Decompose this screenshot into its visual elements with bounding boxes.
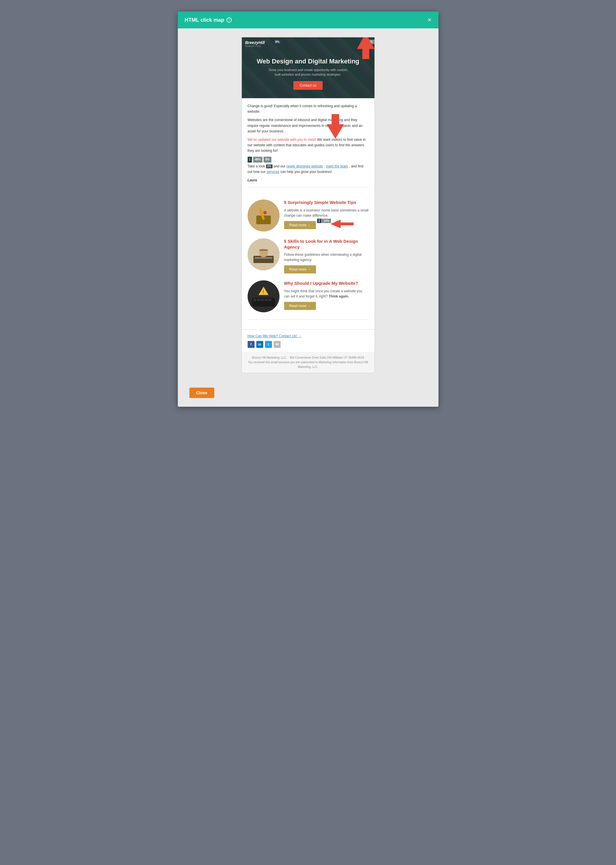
article-desc-3-text: You might think that once you create a w… [284,289,362,298]
read-more-btn-2[interactable]: Read more → [284,265,316,274]
article-desc-3: You might think that once you create a w… [284,289,369,299]
twitter-icon[interactable]: t [265,341,272,348]
read-more-btn-3[interactable]: Read more → [284,302,316,310]
arrow-top-right [354,37,374,61]
email-icon[interactable]: ✉ [274,341,281,348]
body-p1: Change is good! Especially when it comes… [248,104,369,115]
arrow-left-1 [330,218,354,230]
close-action-button[interactable]: Close [189,388,214,398]
hero-bg: BreezyHill MARKETING 8% 2 16% Web Desig [242,37,374,98]
svg-point-12 [248,280,280,312]
modal-title: HTML click map [185,17,225,23]
inline-badge-num: 1 [248,157,252,162]
article-image-1 [248,200,280,231]
svg-rect-14 [253,299,256,301]
footer-cta-link[interactable]: How Can We Help? Contact Us! → [248,334,302,338]
p3-red: We've updated our website with you in mi… [248,138,316,142]
article1-badge: 2 16% [317,219,331,223]
svg-text:!: ! [263,290,264,295]
p4-end: can help you grow your business! [280,170,332,174]
email-legal: Breezy Hill Marketing, LLC 400 Cornersto… [242,352,374,373]
article-title-3: Why Should I Upgrade My Website? [284,280,369,286]
hero-title: Web Design and Digital Marketing [256,58,359,65]
svg-marker-6 [330,220,354,228]
article-desc-3-bold: Think again. [329,294,349,298]
modal-footer: Close [178,382,438,407]
body-p3: We've updated our website with you in mi… [248,137,369,154]
logo-click-badge: 8% [274,40,281,44]
svg-rect-11 [259,249,268,251]
article-row-2: 5 Skills to Look for in A Web Design Age… [248,238,369,274]
articles-section: 5 Surprisingly Simple Website Tips A web… [242,197,374,329]
email-logo: BreezyHill MARKETING [245,40,265,47]
inline-badges: 1 48% 8% [248,157,271,162]
logo-text: BreezyHill [245,40,265,45]
article-content-1: 5 Surprisingly Simple Website Tips A web… [284,200,369,229]
legal-text: You received this email because you are … [248,360,369,370]
article1-badge-num: 2 [317,219,322,223]
contact-us-button[interactable]: Contact us [293,81,323,90]
email-body-content: Change is good! Especially when it comes… [242,98,374,197]
svg-point-5 [263,211,267,214]
svg-marker-0 [357,37,374,59]
article-img-svg-3: ! [248,280,280,312]
linkedin-icon[interactable]: in [256,341,263,348]
services-link[interactable]: services [267,170,280,174]
article-image-3: ! [248,280,280,312]
article-content-3: Why Should I Upgrade My Website? You mig… [284,280,369,310]
p4-and: and our [273,164,286,168]
svg-rect-18 [269,299,271,301]
modal-close-button[interactable]: × [428,17,432,23]
social-icons: f in t ✉ [248,341,369,348]
article-title-1: 5 Surprisingly Simple Website Tips [284,200,369,205]
article-img-svg-2 [248,238,280,270]
article-row-3: ! Why Should I Upgrade My Website? You m… [248,280,369,312]
article-desc-1: A website is a business' home base somet… [284,208,369,218]
inline-badge-pct1: 48% [253,157,262,162]
modal-window: HTML click map ? × BreezyHill MARKETING … [178,12,438,407]
article-desc-2: Follow these guidelines when interviewin… [284,252,369,263]
email-container: BreezyHill MARKETING 8% 2 16% Web Desig [242,37,375,373]
body-p4: Take a look 0% and our newly designed we… [248,164,369,175]
email-footer: How Can We Help? Contact Us! → f in t ✉ [242,329,374,352]
svg-rect-17 [265,299,267,301]
newly-designed-link[interactable]: newly designed website [286,164,323,168]
header-left: HTML click map ? [185,17,232,23]
body-p2: Websites are the cornerstone of inbound … [248,117,369,134]
facebook-icon[interactable]: f [248,341,255,348]
p4-pre: Take a look [248,164,266,168]
logo-sub: MARKETING [245,45,265,47]
svg-rect-9 [255,257,272,259]
inline-badge-pct2: 8% [264,157,271,162]
read-more-btn-1[interactable]: Read more → [284,221,316,229]
author: Laura [248,178,369,183]
hero-subtitle: Grow your business and create opportunit… [269,68,347,77]
link-badge: 0% [266,165,272,168]
modal-header: HTML click map ? × [178,12,438,28]
article-image-2 [248,238,280,270]
article-img-svg-1 [248,200,280,231]
divider-1 [248,187,369,187]
company-address: Breezy Hill Marketing, LLC 400 Cornersto… [248,355,369,360]
article-row-1: 5 Surprisingly Simple Website Tips A web… [248,200,369,231]
meet-team-link[interactable]: meet the team [326,164,348,168]
article-title-2: 5 Skills to Look for in A Web Design Age… [284,238,369,250]
help-icon[interactable]: ? [226,17,232,23]
svg-marker-1 [327,114,344,139]
company-name: Breezy Hill Marketing, LLC [252,356,286,359]
modal-body: BreezyHill MARKETING 8% 2 16% Web Desig [178,28,438,382]
article1-badge-pct: 16% [322,219,331,223]
svg-rect-15 [257,299,260,301]
divider-2 [248,319,369,319]
article-content-2: 5 Skills to Look for in A Web Design Age… [284,238,369,274]
email-hero: BreezyHill MARKETING 8% 2 16% Web Desig [242,37,374,98]
arrow-down [325,113,346,139]
read-more-wrapper-1: Read more → 2 16% [284,221,316,229]
svg-rect-16 [261,299,264,301]
company-address-text: 400 Cornerstone Drive Suite 240 Willisto… [290,356,364,359]
